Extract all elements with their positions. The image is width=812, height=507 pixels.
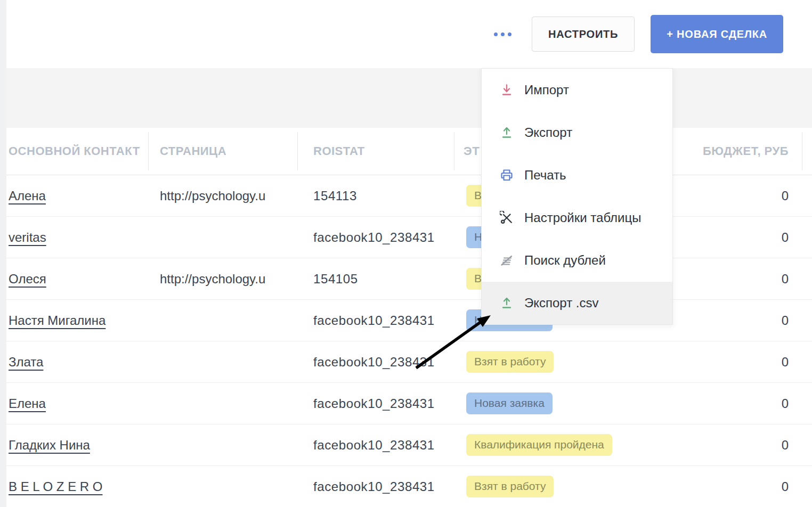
budget-cell: 0 [782, 466, 789, 507]
roistat-cell: facebook10_238431 [313, 341, 453, 382]
budget-cell: 0 [782, 258, 789, 299]
contact-name-cell: veritas [9, 217, 46, 258]
budget-cell: 0 [782, 341, 789, 382]
stage-badge: Взят в работу [466, 351, 554, 372]
menu-item-label: Настройки таблицы [524, 210, 642, 225]
deals-list-page: НАСТРОИТЬ + НОВАЯ СДЕЛКА ОСНОВНОЙ КОНТАК… [0, 0, 812, 507]
roistat-cell: facebook10_238431 [313, 300, 453, 341]
budget-cell: 0 [782, 175, 789, 216]
column-separator [148, 132, 149, 170]
table-row: Злата facebook10_238431 Взят в работу 0 [6, 341, 812, 383]
budget-cell: 0 [782, 383, 789, 424]
roistat-cell: facebook10_238431 [313, 466, 453, 507]
filter-band [6, 68, 812, 128]
ellipsis-icon [494, 32, 498, 36]
table-settings-icon [500, 211, 514, 225]
column-header-budget: БЮДЖЕТ, РУБ [703, 128, 789, 175]
budget-cell: 0 [782, 217, 789, 258]
menu-item-export-csv[interactable]: Экспорт .csv [482, 282, 672, 324]
configure-button[interactable]: НАСТРОИТЬ [532, 17, 635, 52]
ellipsis-icon [508, 32, 511, 36]
stage-badge: Квалификация пройдена [466, 434, 612, 455]
page-cell [160, 217, 299, 258]
contact-name-link[interactable]: Гладких Нина [9, 438, 90, 453]
print-icon [500, 168, 514, 182]
contact-name-link[interactable]: Злата [9, 355, 43, 370]
actions-dropdown-menu: Импорт Экспорт Печать Настройки таблицы … [481, 68, 673, 325]
stage-cell: Взят в работу [466, 341, 554, 382]
column-header-stage: ЭТ [464, 128, 480, 175]
budget-cell: 0 [782, 424, 789, 465]
export-csv-icon [500, 296, 514, 310]
toolbar: НАСТРОИТЬ + НОВАЯ СДЕЛКА [6, 0, 812, 68]
menu-item-label: Экспорт [524, 125, 572, 140]
table-row: Алена http://psychology.u 154113 Взят в … [6, 175, 812, 217]
table-row: Олеся http://psychology.u 154105 Взят в … [6, 258, 812, 300]
column-header-roistat: ROISTAT [313, 128, 365, 175]
page-cell [160, 466, 299, 507]
table-row: Настя Мигалина facebook10_238431 Новая з… [6, 300, 812, 341]
column-header-page: СТРАНИЦА [160, 128, 226, 175]
roistat-cell: facebook10_238431 [313, 383, 453, 424]
contact-name-cell: B E L O Z E R O [9, 466, 102, 507]
roistat-cell: 154113 [313, 175, 453, 216]
table-body: Алена http://psychology.u 154113 Взят в … [6, 175, 812, 507]
contact-name-link[interactable]: B E L O Z E R O [9, 479, 102, 494]
column-separator [454, 132, 454, 170]
table-header-row: ОСНОВНОЙ КОНТАКТ СТРАНИЦА ROISTAT ЭТ БЮД… [6, 128, 812, 175]
contact-name-link[interactable]: Алена [9, 189, 46, 203]
table-row: B E L O Z E R O facebook10_238431 Взят в… [6, 466, 812, 507]
page-cell [160, 300, 299, 341]
menu-item-table-settings[interactable]: Настройки таблицы [482, 197, 672, 239]
left-gutter [0, 0, 6, 507]
page-cell: http://psychology.u [160, 175, 299, 216]
menu-item-import[interactable]: Импорт [482, 69, 672, 111]
contact-name-cell: Злата [9, 341, 43, 382]
roistat-cell: facebook10_238431 [313, 424, 453, 465]
contact-name-cell: Алена [9, 175, 46, 216]
duplicate-search-icon [500, 254, 514, 267]
menu-item-label: Печать [524, 168, 566, 183]
ellipsis-icon [501, 32, 505, 36]
column-header-main-contact: ОСНОВНОЙ КОНТАКТ [9, 128, 146, 175]
contact-name-link[interactable]: Настя Мигалина [9, 313, 105, 328]
contact-name-link[interactable]: Елена [9, 396, 46, 411]
contact-name-link[interactable]: Олеся [9, 272, 46, 287]
menu-item-duplicate-search[interactable]: Поиск дублей [482, 239, 672, 282]
contact-name-cell: Настя Мигалина [9, 300, 105, 341]
stage-cell: Новая заявка [466, 383, 553, 424]
contact-name-cell: Елена [9, 383, 46, 424]
page-cell [160, 383, 299, 424]
stage-cell: Квалификация пройдена [466, 424, 612, 465]
table-row: Елена facebook10_238431 Новая заявка 0 [6, 383, 812, 424]
menu-item-label: Экспорт .csv [524, 296, 599, 310]
table-row: Гладких Нина facebook10_238431 Квалифика… [6, 424, 812, 466]
menu-item-label: Импорт [524, 83, 569, 97]
export-icon [500, 126, 514, 140]
contact-name-cell: Гладких Нина [9, 424, 90, 465]
page-cell [160, 424, 299, 465]
import-icon [500, 83, 514, 97]
column-separator [297, 132, 298, 170]
contact-name-cell: Олеся [9, 258, 46, 299]
stage-cell: Взят в работу [466, 466, 554, 507]
table-row: veritas facebook10_238431 Новая заявка 0 [6, 217, 812, 258]
page-cell [160, 341, 299, 382]
new-deal-button[interactable]: + НОВАЯ СДЕЛКА [651, 15, 783, 53]
menu-item-export[interactable]: Экспорт [482, 111, 672, 154]
page-cell: http://psychology.u [160, 258, 299, 299]
column-separator [802, 132, 802, 170]
menu-item-print[interactable]: Печать [482, 154, 672, 197]
roistat-cell: facebook10_238431 [313, 217, 453, 258]
stage-badge: Новая заявка [466, 392, 553, 414]
more-actions-button[interactable] [490, 26, 516, 43]
contact-name-link[interactable]: veritas [9, 230, 46, 245]
menu-item-label: Поиск дублей [524, 253, 606, 268]
budget-cell: 0 [782, 300, 789, 341]
stage-badge: Взят в работу [466, 476, 554, 497]
roistat-cell: 154105 [313, 258, 453, 299]
